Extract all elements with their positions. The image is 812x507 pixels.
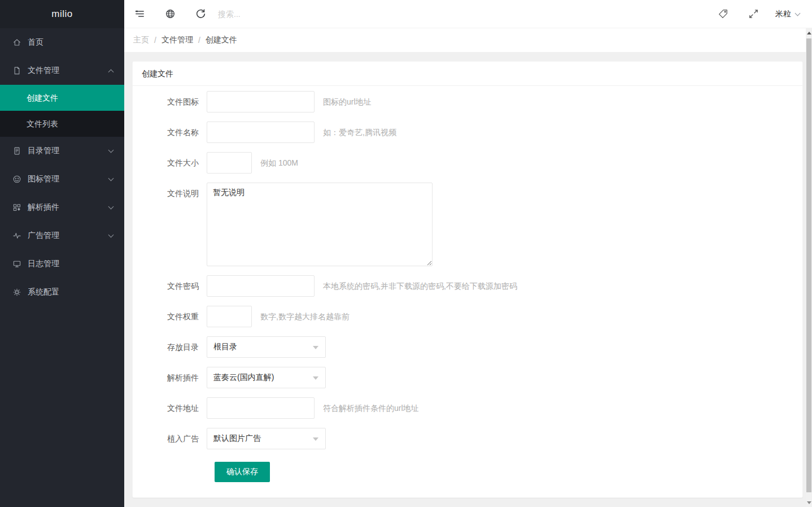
file-password-input[interactable] bbox=[207, 275, 315, 297]
field-hint: 如：爱奇艺,腾讯视频 bbox=[323, 122, 396, 143]
catalog-icon bbox=[12, 146, 21, 155]
plugin-blocks-icon bbox=[12, 203, 21, 212]
main-content: 创建文件 文件图标 图标的url地址 文件名称 如：爱奇艺,腾讯视频 文件大小 … bbox=[124, 53, 812, 507]
sidebar-item-label: 首页 bbox=[28, 37, 113, 47]
chevron-down-icon bbox=[108, 204, 114, 210]
topbar: 米粒 bbox=[124, 0, 812, 28]
form-row-file-weight: 文件权重 数字,数字越大排名越靠前 bbox=[142, 306, 793, 327]
sidebar-item-label: 文件管理 bbox=[28, 66, 109, 76]
storage-directory-select[interactable]: 根目录 bbox=[207, 336, 326, 358]
globe-icon bbox=[165, 8, 176, 19]
sidebar-item-label: 图标管理 bbox=[28, 174, 109, 184]
menu-fold-icon bbox=[134, 8, 145, 19]
refresh-button[interactable] bbox=[185, 0, 216, 28]
sidebar-item-icon-management[interactable]: 图标管理 bbox=[0, 165, 124, 193]
field-label: 植入广告 bbox=[142, 428, 207, 449]
search-input[interactable] bbox=[218, 6, 348, 23]
field-hint: 数字,数字越大排名越靠前 bbox=[260, 306, 350, 327]
home-icon bbox=[12, 38, 21, 47]
sidebar-item-home[interactable]: 首页 bbox=[0, 28, 124, 57]
fullscreen-icon bbox=[748, 8, 759, 19]
gear-icon bbox=[12, 288, 21, 297]
form-row-file-size: 文件大小 例如 100M bbox=[142, 152, 793, 174]
field-hint: 符合解析插件条件的url地址 bbox=[323, 397, 419, 419]
scroll-down-button[interactable] bbox=[806, 498, 812, 507]
create-file-form: 文件图标 图标的url地址 文件名称 如：爱奇艺,腾讯视频 文件大小 例如 10… bbox=[133, 86, 802, 482]
form-row-file-url: 文件地址 符合解析插件条件的url地址 bbox=[142, 397, 793, 419]
breadcrumb: 主页 / 文件管理 / 创建文件 bbox=[124, 28, 806, 53]
card-title: 创建文件 bbox=[133, 62, 802, 86]
sidebar-subitem-file-list[interactable]: 文件列表 bbox=[0, 111, 124, 137]
form-row-file-icon: 文件图标 图标的url地址 bbox=[142, 91, 793, 112]
chevron-down-icon bbox=[108, 148, 114, 153]
file-size-input[interactable] bbox=[207, 152, 252, 174]
sidebar-item-log-management[interactable]: 日志管理 bbox=[0, 250, 124, 278]
save-button[interactable]: 确认保存 bbox=[215, 462, 270, 482]
breadcrumb-separator: / bbox=[154, 36, 156, 45]
menu-fold-button[interactable] bbox=[124, 0, 155, 28]
pulse-icon bbox=[12, 231, 21, 240]
field-label: 文件图标 bbox=[142, 91, 207, 112]
chevron-down-icon bbox=[108, 232, 114, 238]
parser-plugin-select[interactable]: 蓝奏云(国内直解) bbox=[207, 367, 326, 388]
form-row-file-description: 文件说明 暂无说明 bbox=[142, 183, 793, 266]
sidebar-item-label: 目录管理 bbox=[28, 146, 109, 156]
fullscreen-button[interactable] bbox=[738, 0, 769, 28]
scrollbar-thumb[interactable] bbox=[806, 38, 811, 492]
field-label: 文件大小 bbox=[142, 152, 207, 174]
tag-button[interactable] bbox=[708, 0, 738, 28]
file-description-textarea[interactable]: 暂无说明 bbox=[207, 183, 433, 266]
field-label: 文件地址 bbox=[142, 397, 207, 419]
topbar-right: 米粒 bbox=[708, 0, 812, 28]
form-row-embedded-ad: 植入广告 默认图片广告 bbox=[142, 428, 793, 449]
file-name-input[interactable] bbox=[207, 122, 315, 143]
sidebar-item-ads-management[interactable]: 广告管理 bbox=[0, 222, 124, 250]
form-row-file-password: 文件密码 本地系统的密码,并非下载源的密码,不要给下载源加密码 bbox=[142, 275, 793, 297]
refresh-icon bbox=[195, 8, 206, 19]
chevron-down-icon bbox=[108, 176, 114, 181]
sidebar-subitem-create-file[interactable]: 创建文件 bbox=[0, 85, 124, 111]
sidebar-item-parser-plugins[interactable]: 解析插件 bbox=[0, 193, 124, 222]
user-name: 米粒 bbox=[775, 9, 791, 19]
file-url-input[interactable] bbox=[207, 397, 315, 419]
embedded-ad-select[interactable]: 默认图片广告 bbox=[207, 428, 326, 449]
chevron-up-icon bbox=[108, 69, 114, 75]
scroll-up-button[interactable] bbox=[806, 28, 812, 37]
form-row-submit: 确认保存 bbox=[142, 462, 793, 482]
sidebar-item-system-config[interactable]: 系统配置 bbox=[0, 278, 124, 306]
selected-value: 蓝奏云(国内直解) bbox=[213, 372, 274, 383]
sidebar-item-file-management[interactable]: 文件管理 bbox=[0, 57, 124, 85]
caret-down-icon bbox=[313, 376, 318, 380]
file-weight-input[interactable] bbox=[207, 306, 252, 327]
file-management-submenu: 创建文件 文件列表 bbox=[0, 85, 124, 137]
globe-button[interactable] bbox=[155, 0, 185, 28]
tag-icon bbox=[718, 8, 728, 19]
chevron-down-icon bbox=[795, 11, 801, 16]
search-wrap bbox=[218, 6, 348, 23]
user-menu[interactable]: 米粒 bbox=[769, 0, 812, 28]
field-label: 文件密码 bbox=[142, 275, 207, 297]
sidebar: milio 首页 文件管理 创建文件 文件列表 目录管理 图标管理 bbox=[0, 0, 124, 507]
create-file-card: 创建文件 文件图标 图标的url地址 文件名称 如：爱奇艺,腾讯视频 文件大小 … bbox=[132, 61, 803, 498]
triangle-down-icon bbox=[807, 501, 811, 504]
field-label: 文件名称 bbox=[142, 122, 207, 143]
field-label: 文件说明 bbox=[142, 183, 207, 204]
field-label: 文件权重 bbox=[142, 306, 207, 327]
breadcrumb-separator: / bbox=[198, 36, 200, 45]
selected-value: 根目录 bbox=[213, 342, 237, 352]
field-label: 解析插件 bbox=[142, 367, 207, 388]
field-label: 存放目录 bbox=[142, 336, 207, 358]
field-hint: 图标的url地址 bbox=[323, 91, 372, 112]
breadcrumb-file-management[interactable]: 文件管理 bbox=[161, 35, 193, 45]
sidebar-item-label: 日志管理 bbox=[28, 259, 113, 269]
breadcrumb-home[interactable]: 主页 bbox=[133, 35, 149, 45]
file-icon bbox=[12, 66, 21, 75]
scrollbar[interactable] bbox=[806, 28, 812, 507]
form-row-parser-plugin: 解析插件 蓝奏云(国内直解) bbox=[142, 367, 793, 388]
breadcrumb-create-file: 创建文件 bbox=[206, 35, 237, 45]
app-logo: milio bbox=[0, 0, 124, 28]
sidebar-item-label: 系统配置 bbox=[28, 287, 113, 297]
sidebar-item-catalog-management[interactable]: 目录管理 bbox=[0, 137, 124, 165]
file-icon-input[interactable] bbox=[207, 91, 315, 112]
caret-down-icon bbox=[313, 346, 318, 349]
